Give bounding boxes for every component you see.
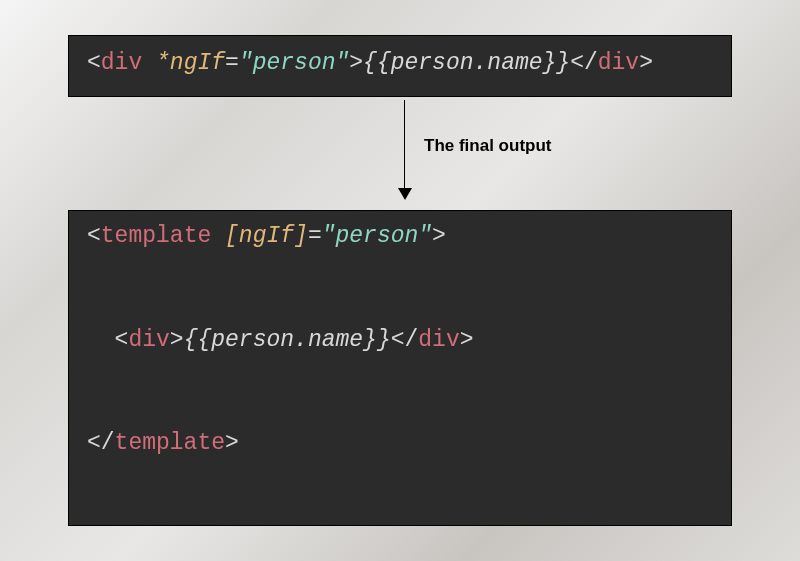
code-token: > [225, 430, 239, 456]
code-token [87, 327, 115, 353]
code-token: [ngIf] [225, 223, 308, 249]
code-token [211, 223, 225, 249]
code-token [142, 50, 156, 76]
code-token: div [598, 50, 639, 76]
code-token: < [115, 327, 129, 353]
arrow-head-icon [398, 188, 412, 200]
code-token: > [639, 50, 653, 76]
code-token: div [101, 50, 142, 76]
code-token: "person" [239, 50, 349, 76]
code-token: > [460, 327, 474, 353]
arrow-line [404, 100, 405, 192]
code-token: > [349, 50, 363, 76]
code-token: < [87, 223, 101, 249]
code-token: div [418, 327, 459, 353]
code-token: > [432, 223, 446, 249]
code-token: {{person.name}} [363, 50, 570, 76]
code-token: = [308, 223, 322, 249]
code-token: < [87, 50, 101, 76]
code-token: = [225, 50, 239, 76]
code-token: template [101, 223, 211, 249]
code-token: </ [570, 50, 598, 76]
code-token: template [115, 430, 225, 456]
code-block-input: <div *ngIf="person">{{person.name}}</div… [68, 35, 732, 97]
code-token: </ [87, 430, 115, 456]
code-token: div [128, 327, 169, 353]
code-block-output: <template [ngIf]="person"> <div>{{person… [68, 210, 732, 526]
arrow-label: The final output [424, 136, 551, 156]
code-token: </ [391, 327, 419, 353]
code-token: *ngIf [156, 50, 225, 76]
code-token: "person" [322, 223, 432, 249]
code-token: > [170, 327, 184, 353]
code-token: {{person.name}} [184, 327, 391, 353]
